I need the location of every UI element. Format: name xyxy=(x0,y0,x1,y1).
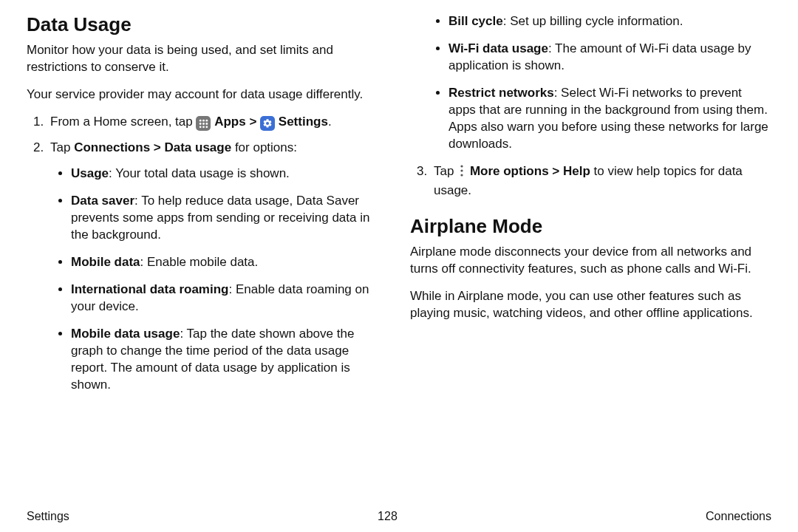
step-2-path: Connections > Data usage xyxy=(74,140,231,154)
bullet-usage: Usage: Your total data usage is shown. xyxy=(71,166,388,183)
bullet-international-roaming: International data roaming: Enable data … xyxy=(71,282,388,316)
svg-point-1 xyxy=(202,120,205,122)
footer-page-number: 128 xyxy=(378,510,398,523)
more-options-icon xyxy=(457,164,466,183)
airplane-paragraph-1: Airplane mode disconnects your device fr… xyxy=(410,244,771,278)
left-column: Data Usage Monitor how your data is bein… xyxy=(27,13,388,404)
footer-right: Connections xyxy=(706,510,771,523)
svg-point-7 xyxy=(202,126,205,128)
settings-icon xyxy=(260,116,275,131)
bullet-mobile-data: Mobile data: Enable mobile data. xyxy=(71,254,388,271)
svg-point-10 xyxy=(461,169,463,171)
step-3: Tap More options > Help to view help top… xyxy=(431,163,771,200)
footer-left: Settings xyxy=(27,510,69,523)
right-column: Bill cycle: Set up billing cycle informa… xyxy=(410,13,771,404)
bullet-mobile-data-usage: Mobile data usage: Tap the date shown ab… xyxy=(71,326,388,394)
step-1: From a Home screen, tap Apps > Settings. xyxy=(47,114,388,132)
svg-point-2 xyxy=(205,120,208,122)
svg-point-5 xyxy=(205,123,208,125)
airplane-paragraph-2: While in Airplane mode, you can use othe… xyxy=(410,288,771,322)
svg-point-11 xyxy=(461,174,463,176)
page-footer: Settings 128 Connections xyxy=(27,510,771,523)
svg-point-0 xyxy=(200,120,202,122)
apps-icon xyxy=(196,116,211,131)
settings-label: Settings xyxy=(279,115,328,129)
bullet-restrict-networks: Restrict networks: Select Wi-Fi networks… xyxy=(449,85,771,153)
bullet-data-saver: Data saver: To help reduce data usage, D… xyxy=(71,193,388,244)
svg-point-4 xyxy=(202,123,205,125)
bullet-wifi-data-usage: Wi-Fi data usage: The amount of Wi-Fi da… xyxy=(449,41,771,75)
apps-label: Apps xyxy=(214,115,246,129)
svg-point-9 xyxy=(461,165,463,167)
step-3-path: More options > Help xyxy=(470,164,590,178)
heading-data-usage: Data Usage xyxy=(27,13,388,36)
intro-paragraph-2: Your service provider may account for da… xyxy=(27,86,388,103)
bullet-bill-cycle: Bill cycle: Set up billing cycle informa… xyxy=(449,13,771,30)
step-2: Tap Connections > Data usage for options… xyxy=(47,140,388,393)
heading-airplane-mode: Airplane Mode xyxy=(410,215,771,238)
svg-point-6 xyxy=(200,126,202,128)
intro-paragraph-1: Monitor how your data is being used, and… xyxy=(27,42,388,76)
svg-point-8 xyxy=(205,126,208,128)
svg-point-3 xyxy=(200,123,202,125)
